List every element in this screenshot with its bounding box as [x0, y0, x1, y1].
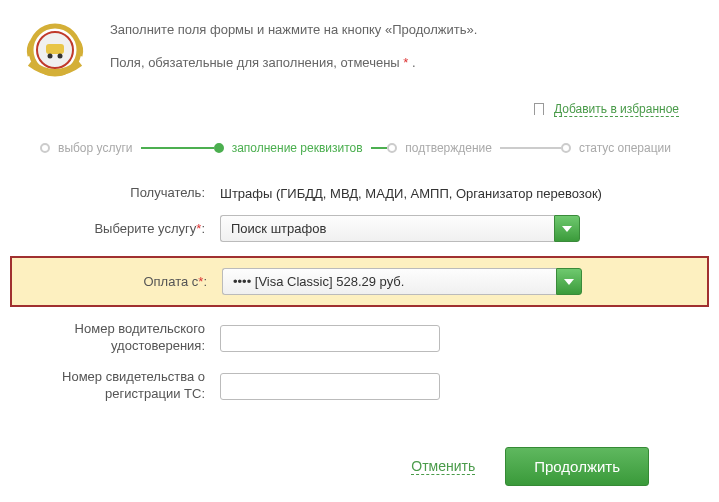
svg-point-4	[58, 54, 63, 59]
row-payment-from: Оплата с*: •••• [Visa Classic] 528.29 ру…	[10, 256, 709, 307]
payment-form: Получатель: Штрафы (ГИБДД, МВД, МАДИ, АМ…	[10, 185, 709, 403]
instructions-text: Заполните поля формы и нажмите на кнопку…	[110, 20, 709, 86]
payfrom-label: Оплата с*:	[42, 274, 222, 291]
bookmark-icon	[534, 103, 544, 115]
step-line	[141, 147, 214, 149]
driver-license-input[interactable]	[220, 325, 440, 352]
svg-rect-2	[46, 44, 64, 54]
vehicle-reg-input[interactable]	[220, 373, 440, 400]
step-2: заполнение реквизитов	[214, 141, 388, 155]
svg-point-3	[48, 54, 53, 59]
instruction-line-1: Заполните поля формы и нажмите на кнопку…	[110, 20, 709, 41]
vehicle-reg-label: Номер свидетельства о регистрации ТС:	[40, 369, 220, 403]
driver-license-label: Номер водительского удостоверения:	[40, 321, 220, 355]
step-1: выбор услуги	[40, 141, 214, 155]
favorites-area: Добавить в избранное	[10, 101, 709, 131]
step-3: подтверждение	[387, 141, 561, 155]
step-dot-icon	[214, 143, 224, 153]
chevron-down-icon	[554, 215, 580, 242]
service-select-value: Поиск штрафов	[220, 215, 554, 242]
row-recipient: Получатель: Штрафы (ГИБДД, МВД, МАДИ, АМ…	[40, 185, 679, 202]
step-label: подтверждение	[405, 141, 492, 155]
step-label: статус операции	[579, 141, 671, 155]
service-select[interactable]: Поиск штрафов	[220, 215, 580, 242]
add-to-favorites-link[interactable]: Добавить в избранное	[554, 102, 679, 117]
step-label: выбор услуги	[58, 141, 133, 155]
step-line	[371, 147, 388, 149]
step-dot-icon	[387, 143, 397, 153]
step-dot-icon	[561, 143, 571, 153]
row-service: Выберите услугу*: Поиск штрафов	[40, 215, 679, 242]
continue-button[interactable]: Продолжить	[505, 447, 649, 486]
row-vehicle-reg: Номер свидетельства о регистрации ТС:	[40, 369, 679, 403]
step-label: заполнение реквизитов	[232, 141, 363, 155]
step-4: статус операции	[561, 141, 679, 155]
progress-steps: выбор услуги заполнение реквизитов подтв…	[10, 131, 709, 185]
service-label: Выберите услугу*:	[40, 221, 220, 238]
payfrom-select[interactable]: •••• [Visa Classic] 528.29 руб.	[222, 268, 582, 295]
page-header: Заполните поля формы и нажмите на кнопку…	[10, 10, 709, 101]
row-driver-license: Номер водительского удостоверения:	[40, 321, 679, 355]
step-dot-icon	[40, 143, 50, 153]
recipient-value: Штрафы (ГИБДД, МВД, МАДИ, АМПП, Организа…	[220, 186, 679, 201]
form-actions: Отменить Продолжить	[10, 417, 709, 502]
gibdd-emblem-icon	[20, 20, 90, 85]
instruction-line-2: Поля, обязательные для заполнения, отмеч…	[110, 53, 709, 74]
step-line	[500, 147, 561, 149]
chevron-down-icon	[556, 268, 582, 295]
payfrom-select-value: •••• [Visa Classic] 528.29 руб.	[222, 268, 556, 295]
recipient-label: Получатель:	[40, 185, 220, 202]
cancel-button[interactable]: Отменить	[411, 458, 475, 475]
